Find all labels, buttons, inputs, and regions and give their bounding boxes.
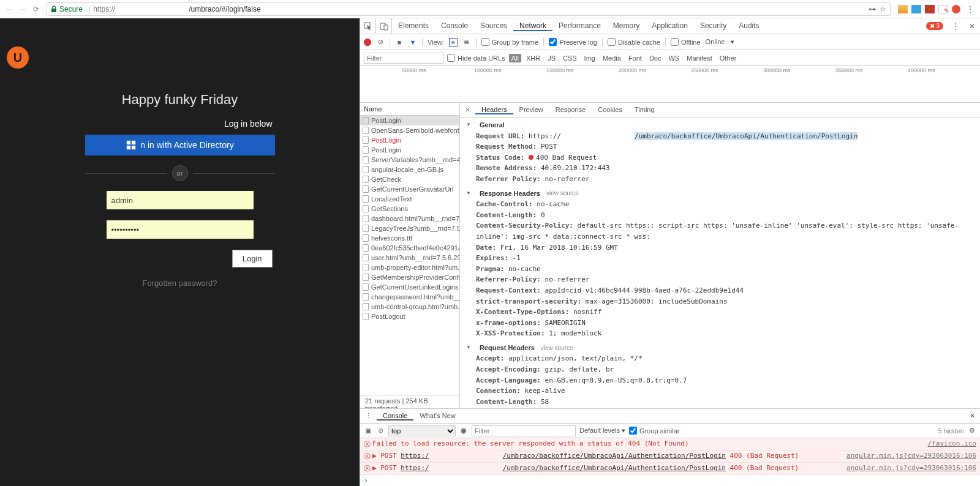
menu-icon[interactable]: ⋮ <box>964 5 976 13</box>
online-select[interactable]: Online ▾ <box>706 38 734 46</box>
devtools-tab-sources[interactable]: Sources <box>474 21 513 30</box>
devtools-tab-security[interactable]: Security <box>694 21 733 30</box>
capture-screenshots-icon[interactable]: ■ <box>395 39 404 46</box>
filter-type-all[interactable]: All <box>509 54 521 62</box>
devtools-tab-performance[interactable]: Performance <box>552 21 607 30</box>
clear-icon[interactable]: ⊘ <box>376 38 385 46</box>
request-row[interactable]: GetCurrentUserLinkedLogins <box>360 282 459 292</box>
detail-tab-preview[interactable]: Preview <box>513 106 549 113</box>
group-similar-checkbox[interactable]: Group similar <box>629 427 679 435</box>
request-row[interactable]: helveticons.ttf <box>360 233 459 243</box>
console-prompt[interactable]: › <box>360 475 980 486</box>
drawer-tab-whatsnew[interactable]: What's New <box>413 412 461 419</box>
filter-type-manifest[interactable]: Manifest <box>684 54 715 62</box>
detail-tab-timing[interactable]: Timing <box>628 106 661 113</box>
section-header[interactable]: Response Headersview source <box>466 189 974 200</box>
preserve-log-checkbox[interactable]: Preserve log <box>549 38 597 46</box>
console-clear-icon[interactable]: ⊘ <box>376 427 385 435</box>
drawer-close-icon[interactable]: ✕ <box>965 412 980 420</box>
filter-type-media[interactable]: Media <box>600 54 624 62</box>
back-icon[interactable]: ← <box>4 4 15 15</box>
devtools-tab-memory[interactable]: Memory <box>607 21 646 30</box>
record-button[interactable] <box>364 39 371 46</box>
console-source-link[interactable]: angular.min.js?cdv=293063016:106 <box>846 464 976 472</box>
drawer-menu-icon[interactable]: ⋮ <box>360 412 377 420</box>
view-source-link[interactable]: view source <box>546 189 579 198</box>
filter-type-img[interactable]: Img <box>582 54 598 62</box>
filter-type-css[interactable]: CSS <box>560 54 579 62</box>
filter-type-other[interactable]: Other <box>717 54 739 62</box>
username-input[interactable] <box>107 191 254 209</box>
request-row[interactable]: angular-locale_en-GB.js <box>360 165 459 174</box>
network-filter-input[interactable] <box>364 53 443 64</box>
devtools-tab-audits[interactable]: Audits <box>733 21 765 30</box>
drawer-tab-console[interactable]: Console <box>377 412 413 421</box>
small-rows-icon[interactable]: ≣ <box>462 38 471 46</box>
context-select[interactable]: top <box>388 425 456 436</box>
request-row[interactable]: LegacyTreeJs?umb__rnd=7.5.6... <box>360 223 459 233</box>
filter-type-doc[interactable]: Doc <box>647 54 664 62</box>
offline-checkbox[interactable]: Offline <box>671 38 701 46</box>
console-source-link[interactable]: /favicon.ico <box>928 439 976 447</box>
request-row[interactable]: PostLogout <box>360 312 459 321</box>
console-settings-icon[interactable]: ⚙ <box>968 427 976 435</box>
request-row[interactable]: OpenSans-Semibold-webfont.ttf <box>360 125 459 135</box>
error-badge[interactable]: ✖ 3 <box>926 22 943 30</box>
filter-toggle-icon[interactable]: ▼ <box>409 39 417 46</box>
login-button[interactable]: Login <box>232 250 273 267</box>
console-sidebar-icon[interactable]: ▣ <box>364 427 372 435</box>
request-row[interactable]: GetSections <box>360 204 459 214</box>
password-input[interactable] <box>107 220 254 239</box>
view-source-link[interactable]: view source <box>541 343 573 353</box>
request-row[interactable]: GetCurrentUserGravatarUrl <box>360 184 459 194</box>
ext-icon[interactable] <box>898 5 908 13</box>
device-toggle-icon[interactable] <box>376 18 392 34</box>
close-detail-icon[interactable]: ✕ <box>460 106 475 114</box>
ext-icon[interactable] <box>911 5 921 13</box>
filter-type-font[interactable]: Font <box>626 54 644 62</box>
request-row[interactable]: user.html?umb__rnd=7.5.6.293... <box>360 253 459 263</box>
request-row[interactable]: umb-property-editor.html?um... <box>360 263 459 272</box>
network-timeline[interactable]: 50000 ms100000 ms150000 ms200000 ms25000… <box>360 66 980 103</box>
hide-data-urls-checkbox[interactable]: Hide data URLs <box>447 54 505 62</box>
detail-tab-cookies[interactable]: Cookies <box>592 106 628 113</box>
ext-icon[interactable]: ✎ <box>938 5 948 13</box>
bookmark-icon[interactable]: ☆ <box>880 5 886 13</box>
log-levels-select[interactable]: Default levels ▾ <box>579 427 625 435</box>
devtools-tab-application[interactable]: Application <box>646 21 694 30</box>
forward-icon[interactable]: → <box>17 4 28 15</box>
filter-type-js[interactable]: JS <box>545 54 558 62</box>
section-header[interactable]: Request Headersview source <box>466 343 974 354</box>
detail-tab-response[interactable]: Response <box>549 106 592 113</box>
filter-type-ws[interactable]: WS <box>666 54 682 62</box>
devtools-tab-network[interactable]: Network <box>513 21 552 31</box>
inspect-icon[interactable] <box>360 18 376 34</box>
devtools-tab-elements[interactable]: Elements <box>392 21 435 30</box>
section-header[interactable]: General <box>466 120 974 131</box>
reload-icon[interactable]: ⟳ <box>31 4 42 15</box>
request-row[interactable]: umb-control-group.html?umb... <box>360 302 459 312</box>
request-row[interactable]: PostLogin <box>360 145 459 155</box>
address-bar[interactable]: Secure | https:// /umbraco/#/login/false… <box>47 2 891 16</box>
group-by-frame-checkbox[interactable]: Group by frame <box>481 38 538 46</box>
request-row[interactable]: PostLogin <box>360 135 459 145</box>
ext-icon[interactable] <box>952 5 960 13</box>
devtools-menu-icon[interactable]: ⋮ <box>947 22 964 31</box>
request-row[interactable]: GetMembershipProviderConfig <box>360 272 459 282</box>
request-row[interactable]: LocalizedText <box>360 194 459 204</box>
devtools-tab-console[interactable]: Console <box>435 21 474 30</box>
request-row[interactable]: GetCheck <box>360 174 459 184</box>
request-row[interactable]: changepassword.html?umb__r... <box>360 292 459 302</box>
forgot-password-link[interactable]: Forgotten password? <box>85 279 275 288</box>
ext-icon[interactable] <box>925 5 935 13</box>
create-live-expression-icon[interactable]: ◉ <box>459 427 468 435</box>
request-row[interactable]: dashboard.html?umb__rnd=7... <box>360 214 459 223</box>
devtools-close-icon[interactable]: ✕ <box>964 22 980 31</box>
request-row[interactable]: 0ea602fc535cfbedf4e0c4291a... <box>360 243 459 253</box>
detail-tab-headers[interactable]: Headers <box>475 106 513 114</box>
hidden-count[interactable]: 5 hidden <box>938 427 964 435</box>
request-row[interactable]: ServerVariables?umb__rnd=41... <box>360 155 459 165</box>
active-directory-login-button[interactable]: n in with Active Directory <box>85 135 275 155</box>
filter-type-xhr[interactable]: XHR <box>524 54 543 62</box>
disable-cache-checkbox[interactable]: Disable cache <box>608 38 660 46</box>
